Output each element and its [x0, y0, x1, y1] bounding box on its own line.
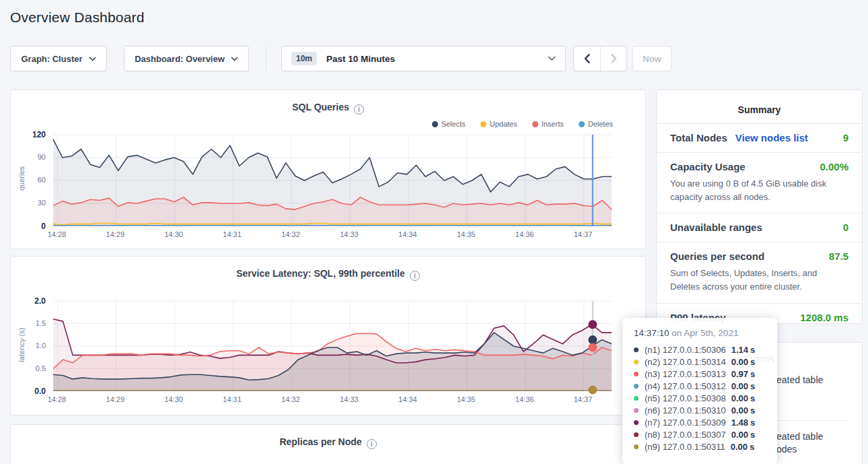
- p99-latency-value: 1208.0 ms: [800, 312, 848, 323]
- x-tick-label: 14:28: [48, 230, 67, 238]
- now-button[interactable]: Now: [632, 46, 672, 71]
- sql-queries-chart-panel: SQL Queriesi SelectsUpdatesInsertsDelete…: [10, 90, 646, 249]
- capacity-usage-row: Capacity Usage 0.00% You are using 0 B o…: [657, 152, 862, 213]
- node-latency-unit: s: [750, 381, 755, 391]
- info-icon[interactable]: i: [354, 104, 364, 114]
- chart-title: SQL Queriesi: [11, 102, 645, 114]
- chevron-down-icon: [548, 56, 556, 61]
- time-window-selector[interactable]: 10m Past 10 Minutes: [281, 46, 566, 71]
- node-address: (n2) 127.0.0.1:50314: [645, 357, 726, 367]
- legend-item-inserts[interactable]: Inserts: [532, 120, 564, 128]
- unavailable-ranges-row: Unavailable ranges 0: [657, 213, 862, 242]
- tooltip-node-row: (n3) 127.0.0.1:503130.97s: [634, 368, 766, 380]
- queries-per-second-label: Queries per second: [670, 251, 764, 262]
- y-tick-label: 60: [38, 176, 46, 184]
- y-axis-label: latency (s): [17, 311, 26, 378]
- node-latency-unit: s: [750, 345, 755, 355]
- x-tick-label: 14:31: [223, 395, 242, 403]
- node-latency-unit: s: [750, 357, 755, 367]
- event-row[interactable]: eated table: [776, 374, 823, 385]
- time-window-label: Past 10 Minutes: [326, 54, 395, 64]
- x-tick-label: 14:34: [398, 395, 417, 403]
- previous-time-button[interactable]: [574, 46, 600, 71]
- chevron-right-icon: [610, 53, 617, 64]
- tooltip-time: 14:37:10: [634, 328, 670, 338]
- node-latency-value: 0.00: [731, 381, 748, 391]
- chart-title-text: Service Latency: SQL, 99th percentile: [236, 268, 405, 279]
- node-series-dot-icon: [634, 347, 639, 352]
- node-latency-value: 1.48: [731, 418, 748, 428]
- x-tick-label: 14:33: [340, 395, 359, 403]
- chart-title-text: Replicas per Node: [279, 436, 361, 447]
- x-tick-label: 14:30: [164, 395, 183, 403]
- summary-panel: Summary Total Nodes View nodes list 9 Ca…: [656, 90, 863, 324]
- x-tick-label: 14:29: [106, 395, 125, 403]
- node-latency-unit: s: [750, 442, 754, 452]
- node-address: (n7) 127.0.0.1:50309: [645, 418, 726, 428]
- queries-per-second-row: Queries per second 87.5 Sum of Selects, …: [657, 242, 862, 302]
- legend-item-updates[interactable]: Updates: [480, 120, 517, 128]
- node-series-dot-icon: [634, 372, 639, 376]
- legend-label: Selects: [441, 120, 466, 128]
- legend-dot-icon: [579, 121, 585, 127]
- y-axis-ticks: 0306090120: [28, 135, 50, 226]
- now-button-label: Now: [643, 54, 661, 64]
- capacity-usage-subtext: You are using 0 B of 4.5 GiB usable disk…: [670, 177, 848, 204]
- tooltip-node-row: (n5) 127.0.0.1:503080.00s: [634, 392, 766, 404]
- plot-area[interactable]: [53, 135, 612, 226]
- node-address: (n9) 127.0.0.1:50311: [645, 442, 725, 452]
- chart-title-text: SQL Queries: [292, 102, 349, 112]
- node-latency-value: 0.97: [731, 369, 748, 379]
- view-nodes-list-link[interactable]: View nodes list: [735, 132, 808, 143]
- plot-area[interactable]: [53, 301, 612, 391]
- node-latency-value: 0.00: [731, 442, 748, 452]
- unavailable-ranges-label: Unavailable ranges: [670, 222, 762, 233]
- graph-scope-label: Graph: Cluster: [21, 54, 82, 64]
- y-tick-label: 0: [41, 222, 46, 231]
- node-series-dot-icon: [634, 396, 639, 401]
- summary-heading: Summary: [657, 90, 862, 123]
- queries-per-second-value: 87.5: [829, 251, 848, 262]
- event-row[interactable]: eated table: [776, 431, 823, 442]
- tooltip-node-row: (n1) 127.0.0.1:503061.14s: [634, 343, 766, 356]
- dashboard-dropdown[interactable]: Dashboard: Overview: [124, 46, 249, 71]
- node-series-dot-icon: [634, 420, 639, 425]
- legend-label: Deletes: [588, 120, 613, 128]
- y-tick-label: 0.5: [36, 364, 46, 372]
- y-tick-label: 30: [38, 199, 46, 207]
- unavailable-ranges-value: 0: [843, 222, 848, 233]
- info-icon[interactable]: i: [367, 439, 377, 449]
- y-axis-ticks: 0.00.51.01.52.0: [28, 301, 50, 391]
- info-icon[interactable]: i: [410, 271, 420, 281]
- legend-label: Inserts: [542, 120, 564, 128]
- x-tick-label: 14:32: [281, 395, 300, 403]
- legend-dot-icon: [532, 121, 538, 127]
- y-tick-label: 2.0: [34, 296, 46, 306]
- x-tick-label: 14:37: [574, 230, 593, 238]
- tooltip-timestamp: 14:37:10 on Apr 5th, 2021: [634, 328, 766, 338]
- x-tick-label: 14:36: [515, 395, 534, 403]
- chart-title: Service Latency: SQL, 99th percentilei: [11, 268, 645, 281]
- chevron-left-icon: [584, 53, 591, 64]
- y-tick-label: 1.5: [36, 319, 46, 327]
- graph-scope-dropdown[interactable]: Graph: Cluster: [10, 46, 107, 71]
- node-latency-unit: s: [750, 405, 755, 416]
- node-address: (n1) 127.0.0.1:50306: [645, 345, 726, 355]
- node-address: (n5) 127.0.0.1:50308: [645, 393, 726, 403]
- legend-item-selects[interactable]: Selects: [432, 120, 466, 128]
- legend-dot-icon: [480, 121, 486, 127]
- legend-item-deletes[interactable]: Deletes: [579, 120, 613, 128]
- node-latency-unit: s: [750, 369, 755, 379]
- node-latency-unit: s: [750, 430, 755, 440]
- x-tick-label: 14:35: [457, 230, 476, 238]
- time-step-buttons: [573, 46, 627, 71]
- y-tick-label: 120: [32, 130, 46, 139]
- replicas-per-node-chart-panel: Replicas per Nodei: [10, 424, 646, 464]
- node-latency-value: 0.00: [731, 393, 748, 403]
- node-series-dot-icon: [634, 408, 639, 413]
- next-time-button[interactable]: [600, 46, 626, 71]
- tooltip-node-row: (n2) 127.0.0.1:503140.00s: [634, 356, 766, 368]
- y-axis-label: queries: [17, 145, 26, 212]
- capacity-usage-value: 0.00%: [820, 161, 848, 172]
- chart-legend: SelectsUpdatesInsertsDeletes: [432, 120, 613, 128]
